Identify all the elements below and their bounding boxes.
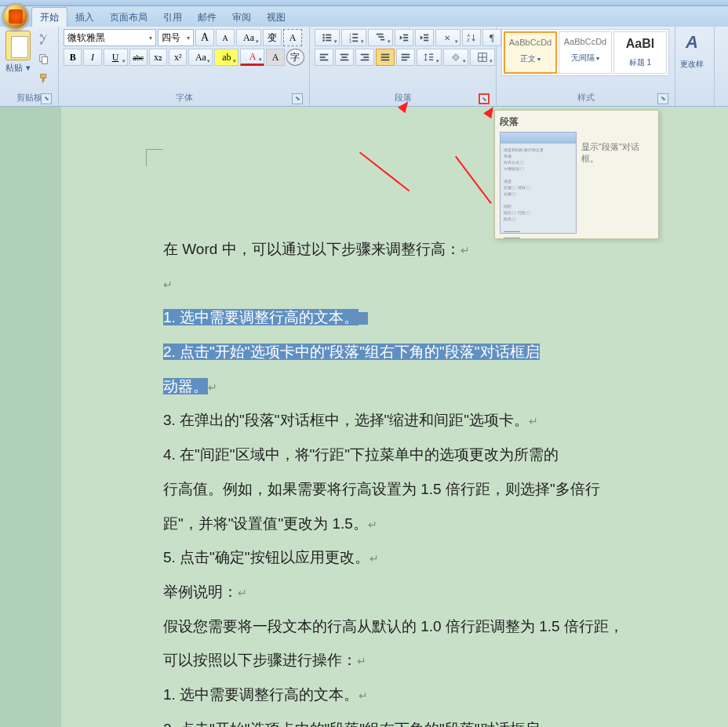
svg-rect-35 [381,54,390,56]
shading-button[interactable] [443,49,468,66]
svg-text:3: 3 [349,39,351,43]
svg-point-4 [322,37,325,39]
multilevel-button[interactable] [368,29,393,46]
char-border-button[interactable]: A [283,29,302,46]
change-styles-icon: A [681,32,703,56]
align-left-button[interactable] [315,49,333,66]
tab-references[interactable]: 引用 [155,8,190,27]
font-color-button[interactable]: A [240,49,264,66]
clipboard-launcher[interactable]: ⬊ [41,93,52,104]
styles-launcher[interactable]: ⬊ [657,93,668,104]
shrink-font-button[interactable]: A [216,29,235,46]
cut-button[interactable] [35,31,53,48]
tooltip-preview-image: 缩进和间距 换行和分页常规对齐方式 ▢大纲级别 ▢缩进左侧 ▢ 特殊 ▢右侧 ▢… [500,132,577,234]
tab-review[interactable]: 审阅 [224,8,259,27]
svg-rect-17 [403,35,408,36]
svg-rect-34 [361,60,369,61]
svg-rect-29 [340,54,349,56]
doc-ex-step1: 1. 选中需要调整行高的文本。 [163,686,359,703]
indent-icon [419,32,430,43]
style-gallery[interactable]: AaBbCcDd 正文 AaBbCcDd 无间隔 AaBl 标题 1 [501,29,669,76]
svg-rect-21 [424,37,428,38]
group-label-clipboard: 剪贴板 ⬊ [5,90,53,106]
style-nospacing[interactable]: AaBbCcDd 无间隔 [559,31,612,74]
group-change-styles: A 更改样 [675,27,715,106]
format-painter-button[interactable] [35,70,53,87]
bucket-icon [450,52,461,63]
tab-mail[interactable]: 邮件 [190,8,224,27]
font-launcher[interactable]: ⬊ [292,93,303,104]
line-spacing-icon [424,52,435,63]
doc-step1: 1. 选中需要调整行高的文本。 [163,309,359,325]
font-name-combo[interactable]: 微软雅黑▾ [64,29,156,46]
highlight-button[interactable]: ab [214,49,238,66]
tab-insert[interactable]: 插入 [67,8,102,27]
svg-rect-36 [381,56,390,58]
svg-rect-39 [402,56,410,58]
svg-rect-1 [42,56,47,64]
align-distribute-button[interactable] [396,49,415,66]
char-shading-button[interactable]: A [266,49,284,66]
font-size-combo[interactable]: 四号▾ [158,29,194,46]
numbering-button[interactable]: 123 [341,29,366,46]
align-center-button[interactable] [335,49,354,66]
svg-rect-18 [403,37,408,38]
copy-button[interactable] [35,50,53,67]
increase-indent-button[interactable] [415,29,434,46]
phonetic-button[interactable]: 变 [263,29,282,46]
bullets-button[interactable] [315,29,340,46]
svg-rect-37 [381,60,390,61]
tab-home[interactable]: 开始 [31,7,67,27]
title-bar [0,0,728,6]
scissors-icon [38,34,49,45]
doc-ex1b: 可以按照以下步骤进行操作： [163,652,357,668]
change-styles-button[interactable]: A 更改样 [680,29,704,93]
group-label-styles: 样式 ⬊ [501,90,670,106]
office-button[interactable] [2,3,29,30]
align-right-button[interactable] [355,49,374,66]
grow-font-button[interactable]: A [195,29,214,46]
style-heading1[interactable]: AaBl 标题 1 [613,31,667,74]
align-left-icon [318,52,329,63]
subscript-button[interactable]: x₂ [149,49,167,66]
svg-rect-5 [326,37,331,38]
line-spacing-button[interactable] [417,49,442,66]
svg-rect-26 [320,54,329,56]
italic-button[interactable]: I [83,49,101,66]
page-margin-corner [146,149,163,166]
paste-button[interactable]: 粘贴 ▾ [5,29,31,90]
enclose-char-button[interactable]: 字 [286,49,304,66]
align-justify-button[interactable] [376,49,395,66]
distribute-icon [400,52,411,63]
change-case-button[interactable]: Aa [188,49,213,66]
clear-format-button[interactable]: Aa [236,29,261,46]
svg-rect-28 [320,60,329,61]
pilcrow-icon: ¶ [490,31,494,44]
tab-view[interactable]: 视图 [259,8,293,27]
bullets-icon [322,32,333,43]
doc-ex1a: 假设您需要将一段文本的行高从默认的 1.0 倍行距调整为 1.5 倍行距， [163,618,624,634]
paragraph-launcher[interactable]: ⬊ [479,93,490,104]
asian-layout-button[interactable]: ✕ [435,29,460,46]
bold-button[interactable]: B [64,49,82,66]
style-normal[interactable]: AaBbCcDd 正文 [504,31,557,74]
svg-rect-14 [377,34,384,35]
group-clipboard: 粘贴 ▾ 剪贴板 ⬊ [0,27,59,106]
svg-rect-33 [363,56,369,58]
superscript-button[interactable]: x² [169,49,187,66]
svg-rect-20 [424,35,428,36]
underline-button[interactable]: U [104,49,128,66]
svg-rect-9 [352,34,358,35]
decrease-indent-button[interactable] [395,29,413,46]
group-paragraph: 123 ✕ AZ ¶ [310,27,497,106]
doc-step2a: 2. 点击"开始"选项卡中的"段落"组右下角的"段落"对话框启 [163,344,540,360]
borders-icon [477,52,488,63]
sort-button[interactable]: AZ [462,29,481,46]
multilevel-icon [375,32,386,43]
tab-page-layout[interactable]: 页面布局 [102,8,155,27]
doc-step5: 5. 点击"确定"按钮以应用更改。 [163,549,369,565]
borders-button[interactable] [470,49,495,66]
outdent-icon [399,32,410,43]
svg-rect-15 [378,36,384,38]
strikethrough-button[interactable]: abc [129,49,147,66]
